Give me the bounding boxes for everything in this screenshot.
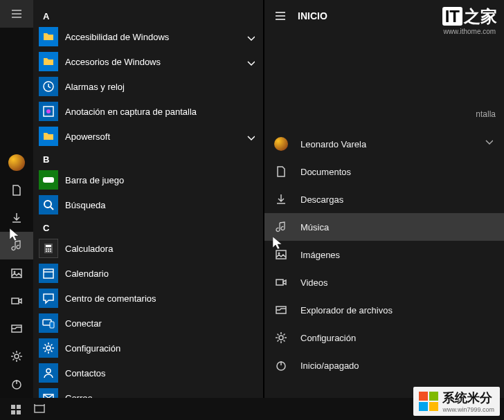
connect-icon — [39, 313, 58, 333]
app-label: Apowersoft — [65, 131, 238, 142]
menu-item-document[interactable]: Documentos — [264, 158, 504, 185]
snip-icon — [39, 102, 58, 121]
app-item[interactable]: Apowersoft — [33, 124, 263, 149]
settings-rail-button[interactable] — [0, 343, 33, 370]
menu-item-label: Documentos — [300, 167, 351, 177]
app-label: Calendario — [65, 268, 263, 279]
videos-rail-button[interactable] — [0, 287, 33, 315]
section-header[interactable]: B — [33, 149, 263, 167]
menu-item-music[interactable]: Música — [264, 213, 504, 241]
app-item[interactable]: Centro de comentarios — [33, 286, 263, 311]
app-label: Conectar — [65, 318, 263, 329]
avatar-icon — [274, 137, 288, 151]
images-icon — [274, 248, 288, 261]
avatar-icon — [8, 154, 25, 171]
menu-item-label: Descargas — [300, 194, 343, 205]
start-menu-expanded: INICIO ntalla Leonardo Varela Documentos… — [264, 0, 504, 420]
chevron-down-icon — [483, 136, 493, 145]
calendar-icon — [39, 264, 58, 283]
app-item[interactable]: Calendario — [33, 261, 263, 286]
music-rail-button[interactable] — [0, 232, 33, 259]
app-label: Accesorios de Windows — [65, 57, 238, 67]
download-icon — [274, 193, 288, 206]
watermark-ithome: IT之家 www.ithome.com — [442, 6, 497, 35]
menu-item-images[interactable]: Imágenes — [264, 241, 504, 268]
chevron-down-icon — [245, 32, 263, 42]
hamburger-button[interactable] — [274, 10, 287, 22]
app-item[interactable]: Conectar — [33, 311, 263, 336]
app-label: Configuración — [65, 343, 263, 354]
chevron-down-icon — [245, 57, 263, 66]
menu-item-settings[interactable]: Configuración — [264, 324, 504, 351]
menu-item-power[interactable]: Inicio/apagado — [264, 351, 504, 379]
explorer-icon — [274, 304, 288, 316]
menu-item-label: Explorador de archivos — [300, 305, 393, 316]
taskview-button[interactable] — [33, 403, 46, 415]
app-item[interactable]: Calculadora — [33, 236, 263, 261]
app-item[interactable]: Contactos — [33, 360, 263, 385]
chevron-down-icon — [245, 131, 263, 141]
start-menu-collapsed: A Accesibilidad de Windows Accesorios de… — [0, 0, 263, 420]
feedback-icon — [39, 289, 58, 308]
menu-item-download[interactable]: Descargas — [264, 185, 504, 213]
folder-icon — [39, 127, 58, 146]
app-list: A Accesibilidad de Windows Accesorios de… — [33, 0, 263, 420]
start-button[interactable] — [10, 403, 21, 414]
app-label: Centro de comentarios — [65, 293, 263, 304]
gamebar-icon — [39, 170, 58, 190]
app-label: Contactos — [65, 368, 263, 378]
menu-item-avatar[interactable]: Leonardo Varela — [264, 130, 504, 158]
left-rail — [0, 0, 33, 420]
app-label: Anotación en captura de pantalla — [65, 107, 263, 117]
menu-item-label: Música — [300, 222, 329, 232]
app-label: Calculadora — [65, 244, 263, 254]
clock-icon — [39, 77, 58, 96]
power-rail-button[interactable] — [0, 370, 33, 398]
explorer-rail-button[interactable] — [0, 315, 33, 343]
app-item[interactable]: Búsqueda — [33, 192, 263, 217]
menu-item-explorer[interactable]: Explorador de archivos — [264, 296, 504, 324]
document-icon — [274, 165, 288, 178]
section-header[interactable]: A — [33, 6, 263, 24]
hamburger-button[interactable] — [0, 0, 33, 28]
app-label: Alarmas y reloj — [65, 82, 263, 92]
watermark-win7999: 系统米分 www.win7999.com — [413, 387, 500, 416]
menu-item-label: Leonardo Varela — [300, 139, 366, 149]
avatar-icon — [274, 137, 288, 151]
app-item[interactable]: Alarmas y reloj — [33, 74, 263, 99]
menu-item-label: Videos — [300, 277, 328, 288]
menu-item-videos[interactable]: Videos — [264, 268, 504, 296]
settings-icon — [39, 338, 58, 358]
app-label: Accesibilidad de Windows — [65, 32, 238, 42]
documents-rail-button[interactable] — [0, 176, 33, 204]
settings-icon — [274, 331, 288, 344]
images-rail-button[interactable] — [0, 259, 33, 287]
section-header[interactable]: C — [33, 217, 263, 236]
music-icon — [274, 221, 288, 233]
app-item[interactable]: Barra de juego — [33, 167, 263, 192]
menu-item-label: Imágenes — [300, 250, 340, 260]
menu-item-label: Inicio/apagado — [300, 360, 359, 371]
microsoft-logo-icon — [419, 392, 438, 411]
app-item[interactable]: Accesorios de Windows — [33, 49, 263, 74]
contacts-icon — [39, 363, 58, 383]
app-item[interactable]: Anotación en captura de pantalla — [33, 99, 263, 124]
app-label: Búsqueda — [65, 200, 263, 210]
expanded-menu: INICIO ntalla Leonardo Varela Documentos… — [264, 0, 504, 420]
folder-icon — [39, 52, 58, 71]
downloads-rail-button[interactable] — [0, 204, 33, 232]
folder-icon — [39, 27, 58, 46]
start-title: INICIO — [298, 10, 327, 21]
app-label: Barra de juego — [65, 175, 263, 185]
app-item[interactable]: Configuración — [33, 336, 263, 360]
app-item[interactable]: Accesibilidad de Windows — [33, 24, 263, 49]
videos-icon — [274, 276, 288, 289]
user-avatar-button[interactable] — [0, 149, 33, 176]
menu-item-label: Configuración — [300, 333, 356, 343]
search-icon — [39, 195, 58, 214]
truncated-peek-text: ntalla — [476, 109, 496, 119]
power-icon — [274, 359, 288, 372]
calc-icon — [39, 239, 58, 258]
